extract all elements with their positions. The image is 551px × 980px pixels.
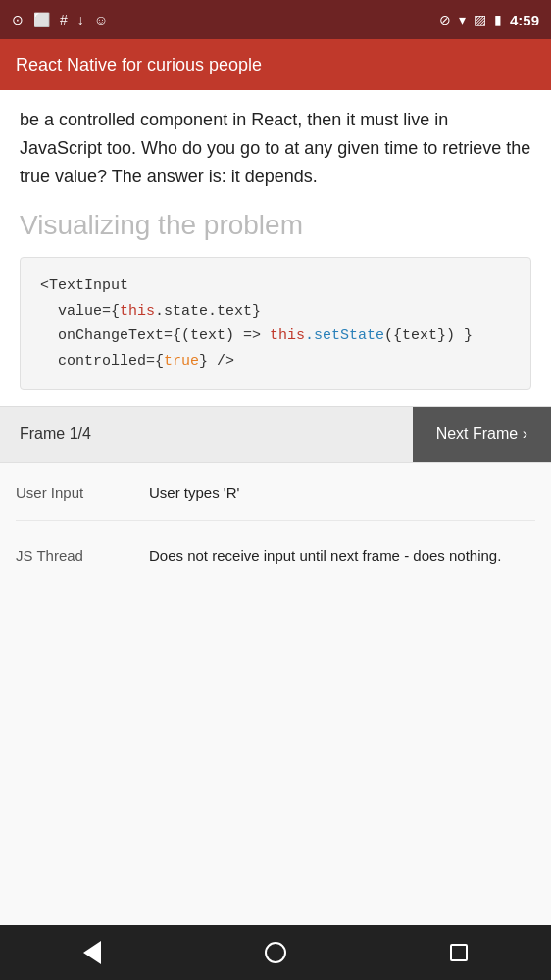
content: be a controlled component in React, then…: [0, 90, 551, 925]
frame-row-label-js-thread: JS Thread: [16, 545, 133, 564]
wifi-icon: ▾: [459, 12, 466, 27]
code-setstate: .setState: [305, 327, 384, 344]
frame-controls: Frame 1/4 Next Frame ›: [0, 406, 551, 462]
code-block: <TextInput value={this.state.text} onCha…: [20, 257, 531, 390]
code-line-3: onChangeText={(text) => this.setState({t…: [40, 323, 511, 349]
code-true-value: true: [164, 353, 199, 369]
nav-home-button[interactable]: [246, 933, 305, 972]
nav-recents-button[interactable]: [429, 933, 488, 972]
back-icon: [83, 941, 101, 964]
frame-table: User Input User types 'R' JS Thread Does…: [0, 462, 551, 925]
code-attr-value: value={: [40, 303, 120, 319]
hash-icon: #: [60, 12, 68, 27]
frame-row-label-user-input: User Input: [16, 482, 133, 501]
status-bar: ⊙ ⬜ # ↓ ☺ ⊘ ▾ ▨ ▮ 4:59: [0, 0, 551, 39]
code-this-2: this: [270, 327, 305, 344]
code-tag-close: } />: [199, 353, 234, 369]
section-heading: Visualizing the problem: [0, 200, 551, 257]
article-body: be a controlled component in React, then…: [0, 90, 551, 200]
code-tag-open: <TextInput: [40, 277, 128, 294]
status-bar-left: ⊙ ⬜ # ↓ ☺: [12, 12, 108, 27]
code-line-4: controlled={true} />: [40, 349, 511, 374]
launcher-icon: ⊙: [12, 12, 24, 27]
code-attr-onchange: onChangeText={(text) =>: [40, 327, 270, 344]
frame-label: Frame 1/4: [0, 407, 413, 462]
download-icon: ↓: [77, 12, 84, 27]
bug-icon: ☺: [94, 12, 108, 27]
signal-icon: ▨: [474, 12, 486, 27]
app-bar-title: React Native for curious people: [16, 55, 262, 75]
code-attr-controlled: controlled={: [40, 353, 164, 369]
bottom-nav: [0, 925, 551, 980]
code-state: .state.text}: [155, 303, 261, 319]
code-line-1: <TextInput: [40, 273, 511, 299]
code-this-1: this: [120, 303, 155, 319]
code-setstate-args: ({text}) }: [384, 327, 473, 344]
recents-icon: [450, 944, 468, 961]
frame-row-value-js-thread: Does not receive input until next frame …: [149, 545, 535, 567]
frame-row-user-input: User Input User types 'R': [16, 482, 535, 521]
block-icon: ⊘: [439, 12, 451, 27]
frame-row-js-thread: JS Thread Does not receive input until n…: [16, 545, 535, 583]
battery-icon: ▮: [494, 12, 502, 27]
next-frame-button[interactable]: Next Frame ›: [413, 407, 551, 462]
frame-row-value-user-input: User types 'R': [149, 482, 535, 505]
home-icon: [265, 942, 286, 963]
status-time: 4:59: [510, 12, 539, 28]
photo-icon: ⬜: [33, 12, 50, 27]
status-bar-right: ⊘ ▾ ▨ ▮ 4:59: [439, 12, 539, 28]
nav-back-button[interactable]: [63, 933, 122, 972]
app-bar: React Native for curious people: [0, 39, 551, 90]
code-line-2: value={this.state.text}: [40, 299, 511, 324]
